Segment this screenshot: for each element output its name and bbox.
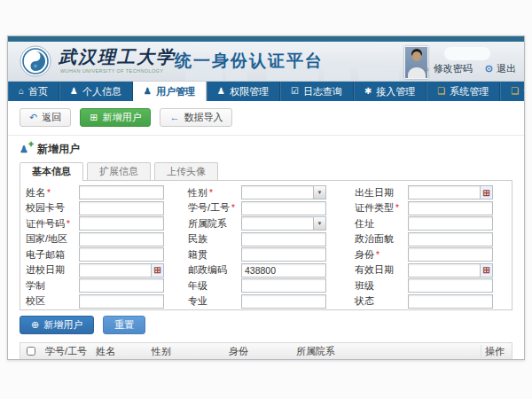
student-no-label: 学号/工号* bbox=[188, 201, 241, 215]
name-input[interactable] bbox=[80, 186, 163, 199]
form-row: 住址 bbox=[355, 216, 493, 231]
department-input[interactable] bbox=[242, 217, 313, 230]
nav-item-home[interactable]: ⌂ 首页 bbox=[8, 82, 59, 101]
address-input[interactable] bbox=[409, 217, 492, 230]
enroll-date-label: 进校日期 bbox=[26, 263, 79, 277]
grade-label: 年级 bbox=[188, 279, 241, 293]
campus-card-no-input[interactable] bbox=[80, 202, 163, 215]
change-password-link[interactable]: ✎ 修改密码 bbox=[422, 62, 473, 75]
nav-item-label: 订阅管理 bbox=[523, 85, 525, 98]
nav-item-permission-management[interactable]: ♟ 权限管理 bbox=[207, 82, 280, 101]
birth-date-input[interactable] bbox=[409, 186, 480, 199]
nav-item-access-management[interactable]: ✱ 接入管理 bbox=[354, 82, 426, 101]
tab-basic-info[interactable]: 基本信息 bbox=[20, 162, 83, 181]
calendar-icon[interactable]: ⊞ bbox=[151, 264, 163, 277]
schooling-length-input[interactable] bbox=[80, 279, 163, 292]
form-row: 国家/地区 bbox=[26, 232, 164, 246]
form-row: 电子邮箱 bbox=[26, 247, 164, 262]
calendar-icon[interactable]: ⊞ bbox=[480, 264, 492, 277]
header: 武汉理工大学 WUHAN UNIVERSITY OF TECHNOLOGY 统一… bbox=[8, 42, 524, 82]
change-password-label: 修改密码 bbox=[434, 62, 473, 75]
nav-item-system-management[interactable]: ❏ 系统管理 bbox=[426, 82, 500, 101]
form-row: 民族 bbox=[188, 232, 326, 246]
log-check-icon: ☑ bbox=[291, 87, 299, 96]
valid-date-input[interactable] bbox=[409, 264, 480, 277]
postal-code-input[interactable] bbox=[242, 264, 325, 277]
nav-item-user-management[interactable]: ♟ 用户管理 bbox=[133, 82, 207, 101]
native-place-input[interactable] bbox=[242, 248, 325, 261]
political-status-label: 政治面貌 bbox=[355, 232, 408, 246]
status-input[interactable] bbox=[409, 295, 492, 308]
student-no-input[interactable] bbox=[242, 202, 325, 215]
building-watermark bbox=[358, 68, 399, 81]
grade-input[interactable] bbox=[242, 279, 325, 292]
identity-input[interactable] bbox=[409, 248, 492, 261]
form-row: 政治面貌 bbox=[355, 232, 493, 246]
campus-input[interactable] bbox=[80, 295, 163, 308]
panel-title-label: 新增用户 bbox=[37, 142, 80, 157]
country-region-input[interactable] bbox=[80, 233, 163, 246]
form-row: 籍贯 bbox=[188, 247, 326, 262]
nav-item-label: 个人信息 bbox=[82, 85, 121, 98]
chevron-down-icon[interactable]: ▼ bbox=[313, 217, 325, 230]
form-tabs: 基本信息 扩展信息 上传头像 bbox=[8, 160, 524, 180]
form-row: 邮政编码 bbox=[188, 263, 326, 278]
data-import-button[interactable]: ← 数据导入 bbox=[160, 108, 232, 127]
email-input[interactable] bbox=[80, 248, 163, 261]
postal-code-label: 邮政编码 bbox=[188, 263, 241, 277]
plus-circle-icon: ⊕ bbox=[31, 320, 39, 330]
user-plus-icon: ♟ ✚ bbox=[20, 144, 31, 155]
user-key-icon: ♟ bbox=[217, 87, 225, 96]
class-input[interactable] bbox=[409, 279, 492, 292]
political-status-input[interactable] bbox=[409, 233, 492, 246]
country-region-label: 国家/地区 bbox=[26, 232, 79, 246]
reset-button-label: 重置 bbox=[114, 318, 134, 332]
folder-icon: ❏ bbox=[511, 87, 519, 96]
form-row: 学制 bbox=[26, 278, 164, 293]
logout-label: 退出 bbox=[497, 62, 516, 75]
id-number-input[interactable] bbox=[80, 217, 163, 230]
import-arrow-icon: ← bbox=[169, 113, 179, 122]
major-input[interactable] bbox=[242, 295, 325, 308]
required-asterisk: * bbox=[231, 203, 235, 213]
submit-add-user-button[interactable]: ⊕ 新增用户 bbox=[20, 316, 94, 334]
id-type-input[interactable] bbox=[409, 202, 492, 215]
folder-icon: ❏ bbox=[437, 87, 445, 96]
user-icon: ♟ bbox=[70, 87, 78, 96]
enroll-date-input[interactable] bbox=[80, 264, 151, 277]
nav-item-subscription-management[interactable]: ❏ 订阅管理 bbox=[500, 82, 525, 101]
logout-link[interactable]: ⊙ 退出 bbox=[485, 62, 516, 75]
ethnicity-label: 民族 bbox=[188, 232, 241, 246]
app-window: 武汉理工大学 WUHAN UNIVERSITY OF TECHNOLOGY 统一… bbox=[7, 35, 525, 360]
tab-upload-avatar[interactable]: 上传头像 bbox=[154, 162, 218, 180]
add-user-button[interactable]: ⊞ 新增用户 bbox=[80, 108, 151, 127]
ethnicity-input[interactable] bbox=[242, 233, 325, 246]
tab-extended-info[interactable]: 扩展信息 bbox=[87, 162, 151, 180]
id-type-label: 证件类型* bbox=[355, 201, 408, 215]
nav-item-log-query[interactable]: ☑ 日志查询 bbox=[280, 82, 354, 101]
gender-input[interactable] bbox=[242, 186, 313, 199]
birth-date-label: 出生日期 bbox=[355, 186, 408, 200]
add-user-icon: ⊞ bbox=[90, 113, 98, 122]
data-import-button-label: 数据导入 bbox=[184, 111, 223, 124]
nav-item-label: 首页 bbox=[28, 85, 48, 98]
form-row: 有效日期 ⊞ bbox=[355, 263, 493, 278]
reset-button[interactable]: 重置 bbox=[103, 316, 145, 334]
nav-item-profile[interactable]: ♟ 个人信息 bbox=[59, 82, 133, 101]
back-button-label: 返回 bbox=[42, 111, 61, 124]
column-header-identity: 身份 bbox=[225, 345, 293, 358]
column-header-department: 所属院系 bbox=[293, 345, 481, 358]
select-all-checkbox[interactable] bbox=[27, 347, 35, 356]
required-asterisk: * bbox=[66, 219, 70, 229]
chevron-down-icon[interactable]: ▼ bbox=[313, 186, 325, 199]
email-label: 电子邮箱 bbox=[26, 248, 79, 262]
schooling-length-label: 学制 bbox=[26, 279, 79, 293]
nav-item-label: 用户管理 bbox=[156, 85, 195, 98]
calendar-icon[interactable]: ⊞ bbox=[480, 186, 492, 199]
back-button[interactable]: ↶ 返回 bbox=[20, 108, 71, 127]
form-row: 状态 bbox=[355, 294, 493, 309]
form-row: 证件号码* bbox=[26, 216, 164, 231]
gear-icon: ✱ bbox=[364, 87, 372, 96]
toolbar: ↶ 返回 ⊞ 新增用户 ← 数据导入 bbox=[8, 101, 524, 136]
add-user-button-label: 新增用户 bbox=[102, 111, 141, 124]
